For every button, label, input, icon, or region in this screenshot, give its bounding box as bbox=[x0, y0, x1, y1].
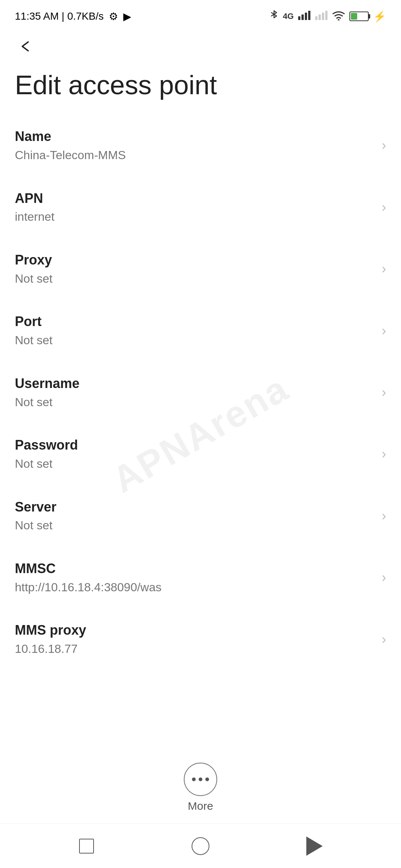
settings-item-name-content: Name China-Telecom-MMS bbox=[15, 128, 374, 163]
back-button[interactable] bbox=[13, 34, 37, 58]
settings-item-port-content: Port Not set bbox=[15, 313, 374, 348]
settings-label-name: Name bbox=[15, 128, 374, 145]
nav-square-icon bbox=[79, 839, 94, 854]
more-button[interactable]: More bbox=[0, 752, 401, 823]
settings-item-mmsc-content: MMSC http://10.16.18.4:38090/was bbox=[15, 560, 374, 595]
settings-value-mms-proxy: 10.16.18.77 bbox=[15, 641, 374, 657]
status-bar: 11:35 AM | 0.7KB/s ⚙ ▶ 4G bbox=[0, 0, 401, 30]
battery-indicator bbox=[349, 11, 369, 21]
settings-item-mms-proxy[interactable]: MMS proxy 10.16.18.77 › bbox=[0, 608, 401, 670]
settings-label-server: Server bbox=[15, 499, 374, 516]
chevron-server: › bbox=[382, 508, 386, 524]
chevron-apn: › bbox=[382, 200, 386, 215]
toolbar bbox=[0, 30, 401, 63]
settings-item-password[interactable]: Password Not set › bbox=[0, 423, 401, 485]
settings-icon: ⚙ bbox=[109, 10, 118, 23]
svg-rect-6 bbox=[322, 13, 324, 20]
nav-bar bbox=[0, 823, 401, 868]
svg-rect-5 bbox=[319, 14, 321, 20]
settings-value-port: Not set bbox=[15, 333, 374, 348]
svg-rect-1 bbox=[301, 14, 304, 20]
settings-item-proxy-content: Proxy Not set bbox=[15, 251, 374, 286]
more-button-label: More bbox=[188, 800, 213, 812]
settings-item-password-content: Password Not set bbox=[15, 437, 374, 471]
status-bar-right: 4G bbox=[270, 10, 386, 23]
settings-label-mmsc: MMSC bbox=[15, 560, 374, 578]
settings-label-mms-proxy: MMS proxy bbox=[15, 622, 374, 639]
page-title: Edit access point bbox=[15, 70, 386, 100]
settings-value-name: China-Telecom-MMS bbox=[15, 148, 374, 163]
nav-back-button[interactable] bbox=[296, 831, 333, 861]
more-dot-2 bbox=[199, 777, 202, 781]
svg-rect-2 bbox=[305, 13, 307, 20]
time-display: 11:35 AM | 0.7KB/s bbox=[15, 10, 104, 22]
status-bar-left: 11:35 AM | 0.7KB/s ⚙ ▶ bbox=[15, 10, 131, 23]
settings-label-username: Username bbox=[15, 375, 374, 392]
chevron-port: › bbox=[382, 323, 386, 339]
content-area: Edit access point Name China-Telecom-MMS… bbox=[0, 30, 401, 823]
settings-item-mmsc[interactable]: MMSC http://10.16.18.4:38090/was › bbox=[0, 547, 401, 608]
svg-rect-4 bbox=[315, 16, 317, 20]
chevron-password: › bbox=[382, 446, 386, 462]
nav-circle-icon bbox=[192, 837, 209, 855]
svg-rect-7 bbox=[325, 11, 327, 20]
battery-fill bbox=[351, 13, 357, 20]
settings-label-proxy: Proxy bbox=[15, 251, 374, 269]
more-dot-1 bbox=[192, 777, 196, 781]
video-icon: ▶ bbox=[123, 10, 131, 23]
settings-value-server: Not set bbox=[15, 518, 374, 533]
nav-recents-button[interactable] bbox=[68, 831, 105, 861]
settings-list: Name China-Telecom-MMS › APN internet › … bbox=[0, 115, 401, 752]
wifi-icon bbox=[332, 10, 345, 23]
settings-item-server[interactable]: Server Not set › bbox=[0, 485, 401, 547]
more-circle-icon bbox=[184, 763, 217, 796]
settings-item-name[interactable]: Name China-Telecom-MMS › bbox=[0, 115, 401, 176]
chevron-name: › bbox=[382, 138, 386, 153]
settings-item-apn[interactable]: APN internet › bbox=[0, 177, 401, 238]
svg-point-8 bbox=[338, 19, 340, 20]
signal-bars2-icon bbox=[315, 10, 328, 23]
settings-item-proxy[interactable]: Proxy Not set › bbox=[0, 238, 401, 300]
signal-bars-icon bbox=[298, 10, 311, 23]
chevron-mms-proxy: › bbox=[382, 632, 386, 647]
more-dots-icon bbox=[192, 777, 209, 781]
settings-item-username[interactable]: Username Not set › bbox=[0, 362, 401, 423]
charging-icon: ⚡ bbox=[373, 10, 386, 23]
svg-rect-0 bbox=[298, 16, 300, 20]
nav-triangle-icon bbox=[306, 836, 323, 856]
page-title-container: Edit access point bbox=[0, 63, 401, 115]
settings-item-username-content: Username Not set bbox=[15, 375, 374, 410]
settings-value-mmsc: http://10.16.18.4:38090/was bbox=[15, 580, 374, 595]
settings-label-port: Port bbox=[15, 313, 374, 331]
settings-item-mms-proxy-content: MMS proxy 10.16.18.77 bbox=[15, 622, 374, 657]
settings-value-password: Not set bbox=[15, 456, 374, 472]
nav-home-button[interactable] bbox=[182, 831, 219, 861]
more-dot-3 bbox=[205, 777, 209, 781]
settings-value-username: Not set bbox=[15, 395, 374, 410]
svg-rect-3 bbox=[308, 11, 310, 20]
settings-label-password: Password bbox=[15, 437, 374, 454]
settings-item-port[interactable]: Port Not set › bbox=[0, 300, 401, 361]
settings-label-apn: APN bbox=[15, 190, 374, 207]
settings-value-proxy: Not set bbox=[15, 271, 374, 287]
back-arrow-icon bbox=[17, 38, 33, 55]
signal-4g-icon: 4G bbox=[283, 11, 294, 21]
chevron-mmsc: › bbox=[382, 570, 386, 585]
settings-item-server-content: Server Not set bbox=[15, 499, 374, 533]
bluetooth-icon bbox=[270, 10, 278, 23]
chevron-proxy: › bbox=[382, 261, 386, 277]
chevron-username: › bbox=[382, 385, 386, 400]
settings-item-apn-content: APN internet bbox=[15, 190, 374, 225]
battery-box bbox=[349, 11, 369, 21]
settings-value-apn: internet bbox=[15, 209, 374, 225]
